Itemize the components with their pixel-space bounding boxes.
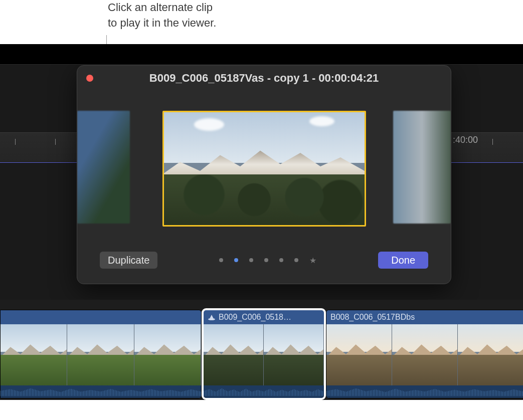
page-dot[interactable] bbox=[294, 258, 298, 262]
popover-footer: Duplicate ★ Done bbox=[77, 248, 451, 273]
audition-carousel bbox=[77, 96, 451, 236]
popover-titlebar: B009_C006_05187Vas - copy 1 - 00:00:04:2… bbox=[77, 66, 451, 91]
page-dot[interactable] bbox=[219, 258, 223, 262]
page-dot[interactable] bbox=[249, 258, 253, 262]
page-dots: ★ bbox=[157, 256, 378, 265]
page-dot[interactable] bbox=[279, 258, 283, 262]
audition-popover: B009_C006_05187Vas - copy 1 - 00:00:04:2… bbox=[77, 65, 451, 284]
clip-audio-waveform bbox=[204, 385, 324, 398]
alternate-clip-prev[interactable] bbox=[77, 111, 130, 224]
ruler-tick bbox=[15, 139, 16, 145]
help-caption: Click an alternate clip to play it in th… bbox=[108, 0, 216, 31]
caption-line1: Click an alternate clip bbox=[108, 1, 213, 14]
timeline-clip[interactable] bbox=[0, 310, 202, 398]
timeline-clip[interactable]: B009_C006_0518… bbox=[203, 310, 324, 398]
clip-filmstrip bbox=[326, 324, 523, 385]
timeline-area: B009_C006_0518… B008_C006_0517BDbs bbox=[0, 300, 523, 400]
popover-title: B009_C006_05187Vas - copy 1 - 00:00:04:2… bbox=[86, 72, 442, 85]
done-button[interactable]: Done bbox=[378, 252, 428, 269]
ruler-tick bbox=[492, 139, 493, 145]
timeline-clip[interactable]: B008_C006_0517BDbs bbox=[326, 310, 523, 398]
clip-label: B009_C006_0518… bbox=[219, 313, 291, 322]
clip-audio-waveform bbox=[326, 385, 523, 398]
caption-line2: to play it in the viewer. bbox=[108, 17, 216, 29]
star-icon[interactable]: ★ bbox=[309, 256, 316, 265]
timeline-primary-storyline: B009_C006_0518… B008_C006_0517BDbs bbox=[0, 310, 523, 397]
clip-audio-waveform bbox=[1, 385, 201, 398]
page-dot[interactable] bbox=[264, 258, 268, 262]
duplicate-button-label: Duplicate bbox=[108, 255, 149, 266]
done-button-label: Done bbox=[391, 255, 415, 266]
duplicate-button[interactable]: Duplicate bbox=[100, 252, 157, 269]
clip-header bbox=[1, 310, 201, 324]
alternate-clip-next[interactable] bbox=[393, 111, 451, 224]
clip-header: B008_C006_0517BDbs bbox=[326, 310, 523, 324]
audition-spotlight-icon bbox=[208, 314, 216, 320]
clip-label: B008_C006_0517BDbs bbox=[330, 313, 415, 322]
ruler-time-label: :40:00 bbox=[453, 135, 478, 145]
clip-filmstrip bbox=[1, 324, 201, 385]
ruler-tick bbox=[55, 139, 56, 145]
alternate-clip-current[interactable] bbox=[162, 111, 366, 227]
clip-header: B009_C006_0518… bbox=[204, 310, 324, 324]
page-dot[interactable] bbox=[234, 258, 238, 262]
clip-filmstrip bbox=[204, 324, 324, 385]
